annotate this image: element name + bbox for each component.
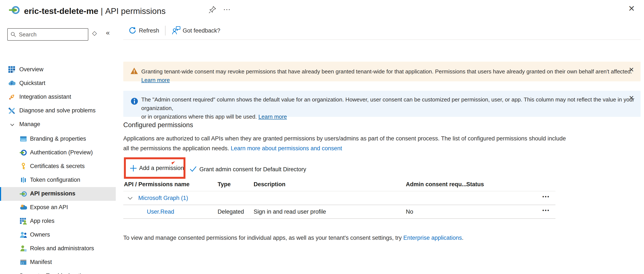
people-icon (20, 231, 27, 239)
sidebar-item-token-configuration[interactable]: Token configuration (0, 173, 116, 187)
col-description: Description (254, 181, 286, 188)
row-divider (123, 218, 556, 219)
enterprise-applications-link[interactable]: Enterprise applications (403, 235, 462, 241)
sidebar-search[interactable] (7, 28, 88, 41)
sidebar-item-api-permissions[interactable]: API permissions (0, 187, 116, 201)
col-type: Type (218, 181, 231, 188)
sidebar-item-app-roles[interactable]: App roles (0, 215, 116, 228)
warning-learn-more-link[interactable]: Learn more (141, 77, 170, 83)
app-name: eric-test-delete-me (24, 6, 98, 16)
svg-text:{ }: { } (21, 262, 24, 265)
warning-close-icon[interactable]: ✕ (629, 66, 634, 73)
sidebar-item-expose-an-api[interactable]: Expose an API (0, 201, 116, 215)
section-heading: Configured permissions (123, 121, 193, 129)
sidebar-item-authentication[interactable]: Authentication (Preview) (0, 146, 116, 160)
toolbar-bottom-border (123, 39, 640, 40)
table-row-microsoft-graph[interactable]: Microsoft Graph (1) ••• (123, 191, 556, 205)
more-actions-icon[interactable]: ••• (542, 208, 550, 213)
info-banner: The "Admin consent required" column show… (123, 91, 640, 117)
cell-admin-consent: No (406, 209, 413, 215)
info-close-icon[interactable]: ✕ (629, 94, 634, 102)
sidebar-item-manifest[interactable]: { } Manifest (0, 256, 116, 269)
sidebar-item-overview[interactable]: Overview (0, 63, 116, 77)
grid-person-icon (20, 218, 27, 226)
grant-admin-consent-button[interactable]: Grant admin consent for Default Director… (199, 166, 306, 173)
col-api-permissions-name: API / Permissions name (124, 181, 190, 188)
footer-note: To view and manage consented permissions… (123, 235, 464, 241)
refresh-icon[interactable] (128, 26, 137, 35)
app-registration-icon (9, 4, 20, 17)
feedback-button[interactable]: Got feedback? (183, 27, 220, 34)
sidebar: ◇ « Overview Quickstart Integration assi… (0, 20, 117, 274)
more-menu-icon[interactable]: … (223, 3, 231, 12)
close-blade-icon[interactable]: ✕ (628, 4, 635, 13)
sliders-icon (20, 176, 27, 184)
cell-type: Delegated (218, 209, 244, 215)
section-description: Applications are authorized to call APIs… (123, 134, 566, 153)
overview-icon (8, 66, 16, 74)
page-title: eric-test-delete-me | API permissions (24, 6, 166, 16)
col-status: Status (466, 181, 484, 188)
check-icon[interactable] (189, 165, 197, 174)
cell-description: Sign in and read user profile (254, 209, 326, 215)
sidebar-item-quickstart[interactable]: Quickstart (0, 77, 116, 90)
permissions-consent-link[interactable]: Learn more about permissions and consent (231, 145, 342, 151)
sidebar-item-certificates[interactable]: Certificates & secrets (0, 160, 116, 173)
quickstart-icon (8, 80, 16, 88)
svg-text:www: www (21, 139, 26, 141)
add-permission-annotation-box: Add a permission (124, 157, 186, 179)
annotation-arrow-mark (172, 161, 176, 164)
tools-icon (8, 107, 16, 115)
sidebar-item-owners[interactable]: Owners (0, 228, 116, 242)
info-icon (130, 97, 138, 106)
row-expand-chevron-icon[interactable] (127, 195, 133, 202)
toolbar-divider (165, 26, 166, 35)
search-input[interactable] (19, 29, 85, 39)
search-updown-icon[interactable]: ◇ (92, 29, 97, 37)
sidebar-item-diagnose[interactable]: Diagnose and solve problems (0, 104, 116, 118)
info-text: The "Admin consent required" column show… (141, 95, 640, 121)
feedback-icon[interactable] (172, 26, 181, 36)
person-cube-icon (20, 245, 27, 253)
pin-icon[interactable] (208, 5, 216, 14)
sidebar-item-branding[interactable]: www Branding & properties (0, 132, 116, 146)
sidebar-item-integration-assistant[interactable]: Integration assistant (0, 90, 116, 104)
refresh-button[interactable]: Refresh (139, 27, 159, 34)
blade-name: API permissions (105, 6, 166, 16)
chevron-down-icon (10, 122, 15, 129)
cloud-gear-icon (20, 204, 27, 212)
warning-icon (130, 67, 138, 75)
sidebar-item-roles-administrators[interactable]: Roles and administrators (0, 242, 116, 256)
col-admin-consent-required: Admin consent requ... (406, 181, 467, 188)
user-read-link[interactable]: User.Read (147, 209, 174, 215)
sidebar-group-support[interactable]: Support + Troubleshooting (0, 269, 116, 274)
api-permissions-icon (20, 190, 28, 199)
key-icon (20, 163, 27, 171)
info-learn-more-link[interactable]: Learn more (258, 114, 287, 120)
manifest-braces-icon: { } (20, 259, 27, 267)
warning-text: Granting tenant-wide consent may revoke … (141, 67, 640, 84)
browser-window-icon: www (20, 135, 27, 143)
plus-icon (130, 165, 137, 173)
microsoft-graph-link[interactable]: Microsoft Graph (1) (138, 195, 188, 201)
more-actions-icon[interactable]: ••• (542, 194, 550, 199)
sign-in-arrow-icon (20, 149, 27, 157)
warning-banner: Granting tenant-wide consent may revoke … (123, 62, 640, 81)
add-permission-button[interactable]: Add a permission (139, 165, 184, 171)
table-row-user-read[interactable]: User.Read Delegated Sign in and read use… (123, 205, 556, 218)
search-icon (10, 31, 16, 38)
sidebar-collapse-icon[interactable]: « (106, 29, 110, 37)
title-separator: | (101, 6, 103, 16)
sidebar-group-manage[interactable]: Manage (0, 118, 116, 132)
azure-portal-blade: eric-test-delete-me | API permissions … … (0, 0, 644, 274)
rocket-icon (8, 93, 16, 102)
